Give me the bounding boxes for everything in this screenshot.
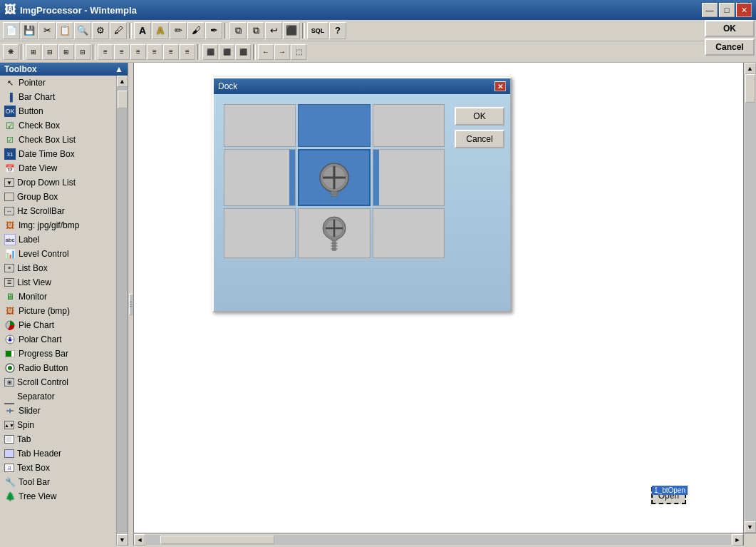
toolbox-item-slider[interactable]: Slider [0,404,116,418]
grid1-button[interactable]: ⊞ [26,44,41,60]
nav1-button[interactable]: ← [258,44,274,60]
toolbox-item-dropdown[interactable]: ▼ Drop Down List [0,175,116,190]
align6-button[interactable]: ≡ [180,44,195,60]
dock-cell-1-2[interactable] [298,104,370,147]
canvas-scroll-down[interactable]: ▼ [745,521,756,533]
save-button[interactable]: 💾 [21,22,38,39]
toolbox-item-img[interactable]: 🖼 Img: jpg/gif/bmp [0,218,116,232]
toolbox-item-radiobutton[interactable]: Radio Button [0,361,116,375]
cancel-button-main[interactable]: Cancel [705,39,755,56]
canvas-h-scroll-right[interactable]: ► [732,534,743,546]
toolbox-list[interactable]: ↖ Pointer ▐ Bar Chart OK Button ☑ Check … [0,76,116,546]
grid4-button[interactable]: ⊟ [75,44,90,60]
toolbox-item-polarchart[interactable]: Polar Chart [0,332,116,347]
toolbox-item-checkbox[interactable]: ☑ Check Box [0,118,116,133]
circle-button[interactable]: ⚙ [92,22,109,39]
toolbox-item-monitor[interactable]: 🖥 Monitor [0,290,116,304]
copy-button[interactable]: 📋 [56,22,73,39]
canvas-h-scroll-thumb[interactable] [160,536,274,544]
toolbox-scroll-thumb[interactable] [118,91,128,108]
polarchart-label: Polar Chart [19,334,62,344]
canvas-h-scroll-left[interactable]: ◄ [134,534,145,546]
dock-cancel-button[interactable]: Cancel [455,130,504,148]
paste2-button[interactable]: ⧉ [247,22,264,39]
help-button[interactable]: ? [329,22,346,39]
asterisk-button[interactable]: ❋ [3,44,19,60]
new-button[interactable]: 📄 [3,22,20,39]
toolbox-item-treeview[interactable]: 🌲 Tree View [0,489,116,503]
align5-button[interactable]: ≡ [163,44,179,60]
ok-button-main[interactable]: OK [705,20,755,37]
resize3-button[interactable]: ⬛ [235,44,251,60]
rect-button[interactable]: ⬛ [283,22,300,39]
toolbox-item-barchart[interactable]: ▐ Bar Chart [0,90,116,104]
toolbox-item-picturebmp[interactable]: 🖼 Picture (bmp) [0,304,116,318]
maximize-button[interactable]: □ [719,3,735,17]
toolbox-item-pointer[interactable]: ↖ Pointer [0,76,116,90]
canvas-scroll-up[interactable]: ▲ [745,63,756,74]
toolbox-item-progressbar[interactable]: Progress Bar [0,347,116,361]
toolbox-item-button[interactable]: OK Button [0,104,116,118]
toolbox-item-listbox[interactable]: ≡ List Box [0,261,116,275]
cut-button[interactable]: ✂ [38,22,56,39]
pencil-button[interactable]: ✏ [170,22,187,39]
toolbox-item-label[interactable]: abc Label [0,232,116,247]
align3-button[interactable]: ≡ [130,44,146,60]
dock-cell-2-3[interactable] [373,149,445,206]
toolbox-item-tab[interactable]: ⬜ Tab [0,432,116,446]
toolbox-scroll-down[interactable]: ▼ [117,534,128,546]
dock-cell-1-1[interactable] [224,104,296,147]
dock-cell-2-2-active[interactable] [298,149,371,206]
dock-close-button[interactable]: ✕ [494,81,506,91]
toolbox-item-dateview[interactable]: 📅 Date View [0,161,116,175]
search-button[interactable]: 🔍 [74,22,91,39]
dock-title-bar[interactable]: Dock ✕ [214,78,510,94]
toolbox-scroll-arrow[interactable]: ▲ [115,64,123,74]
nav2-button[interactable]: → [274,44,290,60]
dock-cell-2-1[interactable] [224,149,296,206]
dock-cell-1-3[interactable] [373,104,445,147]
text-a-black[interactable]: A [134,22,151,39]
brush-button[interactable]: 🖌 [187,22,204,39]
align2-button[interactable]: ≡ [114,44,130,60]
sep-t2-2 [93,44,95,60]
toolbox-item-hzscrollbar[interactable]: ↔ Hz ScrollBar [0,204,116,218]
toolbox-item-spin[interactable]: ▲▼ Spin [0,418,116,432]
canvas-white[interactable]: Dock ✕ [134,63,743,533]
dock-cell-3-1[interactable] [224,208,296,258]
canvas-v-scroll-thumb[interactable] [745,74,755,103]
toolbox-scroll-up[interactable]: ▲ [117,76,128,87]
toolbox-item-checkboxlist[interactable]: ☑ Check Box List [0,133,116,147]
resize1-button[interactable]: ⬛ [202,44,218,60]
toolbox-item-textbox[interactable]: a Text Box [0,461,116,475]
text-a-yellow[interactable]: A [152,22,169,39]
undo-button[interactable]: ↩ [265,22,282,39]
slider-icon [4,405,16,416]
toolbox-item-toolbar[interactable]: 🔧 Tool Bar [0,475,116,489]
pen-button[interactable]: ✒ [205,22,222,39]
toolbox-item-datetimebox[interactable]: 31 Date Time Box [0,147,116,161]
minimize-button[interactable]: — [702,3,718,17]
resize2-button[interactable]: ⬛ [219,44,234,60]
toolbox-item-piechart[interactable]: Pie Chart [0,318,116,332]
grid3-button[interactable]: ⊞ [58,44,74,60]
toolbox-item-scrollcontrol[interactable]: ⊞ Scroll Control [0,375,116,389]
toolbox-item-tabheader[interactable]: Tab Header [0,446,116,461]
dock-ok-button[interactable]: OK [455,107,504,126]
split-handle[interactable] [128,63,134,546]
align1-button[interactable]: ≡ [98,44,113,60]
toolbox-item-groupbox[interactable]: Group Box [0,190,116,204]
toolbox-item-separator[interactable]: Separator [0,389,116,404]
nav3-button[interactable]: ⬚ [291,44,306,60]
sql-button[interactable]: SQL [307,22,328,39]
align4-button[interactable]: ≡ [147,44,162,60]
dock-body: OK Cancel [214,94,510,311]
copy2-button[interactable]: ⧉ [229,22,247,39]
grid2-button[interactable]: ⊟ [42,44,58,60]
toolbox-item-listview[interactable]: ☰ List View [0,275,116,290]
toolbox-item-levelcontrol[interactable]: 📊 Level Control [0,247,116,261]
dock-cell-3-3[interactable] [373,208,445,258]
dock-cell-3-2[interactable] [298,208,370,258]
close-button[interactable]: ✕ [736,3,752,17]
paint-button[interactable]: 🖊 [110,22,127,39]
